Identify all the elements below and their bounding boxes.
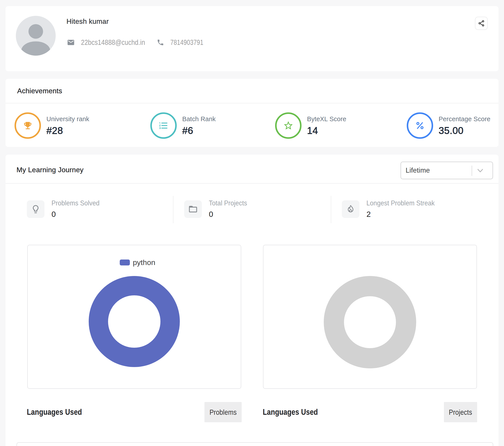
achievements-card: Achievements University rank #28 Batch R… (5, 79, 499, 147)
achievement-bytexl-score: ByteXL Score 14 (275, 112, 346, 139)
achievement-value: #6 (182, 125, 216, 136)
problems-languages-chart-card: python (27, 245, 241, 389)
legend-swatch-python (120, 259, 130, 265)
trophy-icon (15, 112, 41, 139)
folder-icon (184, 200, 202, 218)
learning-journey-card: My Learning Journey Lifetime Problems So… (5, 154, 499, 446)
timeframe-select[interactable]: Lifetime (400, 162, 493, 179)
achievements-title: Achievements (17, 87, 62, 95)
stat-problems-solved: Problems Solved 0 (27, 200, 104, 219)
numbered-list-icon (150, 112, 177, 139)
projects-languages-chart-card (263, 245, 477, 389)
mail-icon (67, 38, 75, 46)
profile-phone: 7814903791 (170, 38, 203, 47)
achievement-label: Percentage Score (439, 116, 490, 123)
contact-row: 22bcs14888@cuchd.in 7814903791 (67, 38, 203, 47)
profile-email: 22bcs14888@cuchd.in (81, 38, 145, 47)
achievement-percentage-score: Percentage Score 35.00 (407, 112, 490, 139)
learning-journey-title: My Learning Journey (17, 166, 84, 174)
stat-label: Longest Problem Streak (366, 199, 435, 207)
achievement-label: Batch Rank (182, 116, 216, 123)
profile-name: Hitesh kumar (67, 17, 109, 25)
languages-used-heading: Languages Used (27, 408, 82, 417)
stat-label: Total Projects (209, 199, 247, 207)
chart-legend[interactable]: python (28, 258, 241, 267)
divider (5, 183, 499, 184)
bulb-icon (27, 200, 44, 218)
achievement-batch-rank: Batch Rank #6 (150, 112, 216, 139)
person-icon (16, 16, 56, 56)
select-divider (472, 166, 472, 176)
vertical-divider (331, 196, 331, 223)
share-button[interactable] (475, 17, 488, 30)
projects-donut-chart (324, 276, 416, 368)
star-icon (275, 112, 302, 139)
problems-donut-chart (89, 276, 180, 367)
problems-languages-row: Languages Used Problems (27, 402, 242, 422)
languages-used-heading: Languages Used (263, 408, 318, 417)
achievement-value: 35.00 (439, 125, 490, 136)
chevron-down-icon (477, 169, 483, 174)
next-section-card (17, 442, 493, 446)
legend-label: python (133, 258, 155, 267)
projects-button[interactable]: Projects (444, 402, 477, 422)
phone-icon (157, 39, 164, 46)
achievement-value: #28 (46, 125, 89, 136)
flame-icon (342, 200, 360, 218)
stat-value: 0 (209, 210, 251, 219)
percent-icon (407, 112, 433, 139)
achievement-value: 14 (307, 125, 346, 136)
stat-label: Problems Solved (52, 199, 99, 207)
profile-card: Hitesh kumar 22bcs14888@cuchd.in 7814903… (5, 6, 499, 71)
timeframe-value: Lifetime (406, 167, 430, 174)
stat-value: 2 (366, 210, 441, 219)
avatar (16, 16, 56, 56)
achievement-label: University rank (46, 116, 89, 123)
stat-longest-streak: Longest Problem Streak 2 (342, 200, 441, 219)
projects-languages-row: Languages Used Projects (263, 402, 477, 422)
vertical-divider (173, 196, 173, 223)
divider (5, 103, 499, 103)
stat-value: 0 (52, 210, 104, 219)
share-icon (478, 20, 485, 27)
problems-button[interactable]: Problems (204, 402, 242, 422)
achievement-university-rank: University rank #28 (15, 112, 89, 139)
stat-total-projects: Total Projects 0 (184, 200, 251, 219)
achievement-label: ByteXL Score (307, 116, 346, 123)
